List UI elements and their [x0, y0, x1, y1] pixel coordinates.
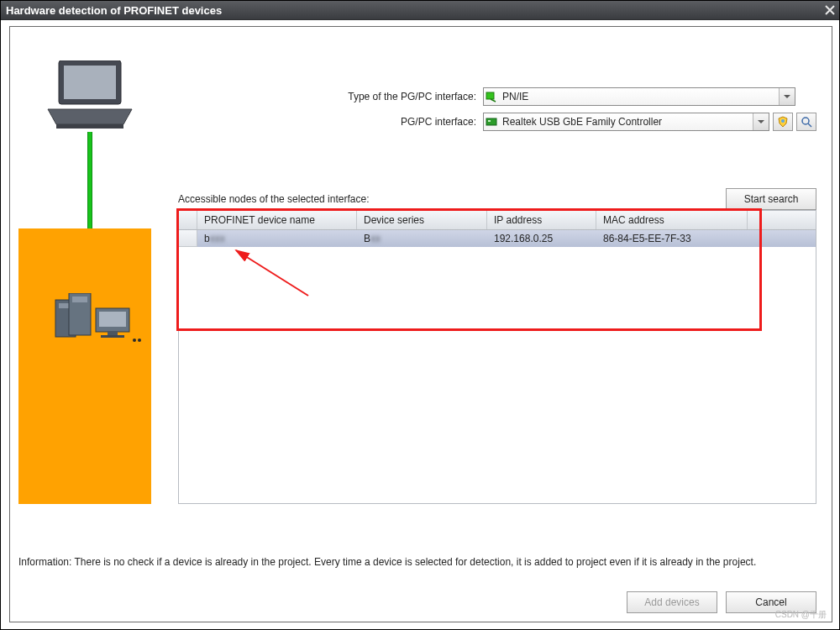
pnie-icon — [484, 91, 499, 102]
chevron-down-icon — [779, 88, 795, 105]
interface-row: PG/PC interface: Realtek USB GbE Family … — [178, 113, 816, 131]
svg-rect-10 — [101, 335, 124, 338]
col-ip-address[interactable]: IP address — [487, 211, 596, 229]
type-value: PN/IE — [499, 91, 779, 102]
svg-rect-2 — [56, 124, 123, 129]
svg-rect-15 — [486, 118, 496, 125]
table-row[interactable]: bxxx Bxx 192.168.0.25 86-84-E5-EE-7F-33 — [179, 230, 816, 247]
interface-value: Realtek USB GbE Family Controller — [499, 116, 753, 128]
illustration-panel — [18, 39, 161, 504]
svg-rect-14 — [486, 92, 494, 99]
window-title: Hardware detection of PROFINET devices — [6, 4, 222, 17]
dialog-body: Type of the PG/PC interface: PN/IE PG/PC… — [9, 26, 832, 622]
add-devices-button[interactable]: Add devices — [627, 591, 717, 613]
svg-point-18 — [802, 118, 809, 124]
diagnostics-button[interactable] — [796, 113, 816, 131]
svg-rect-6 — [72, 297, 87, 302]
information-text: Information: There is no check if a devi… — [18, 555, 816, 570]
start-search-button[interactable]: Start search — [726, 188, 816, 210]
nodes-table: PROFINET device name Device series IP ad… — [178, 210, 816, 504]
type-of-interface-select[interactable]: PN/IE — [483, 87, 795, 106]
nic-icon — [484, 116, 499, 128]
titlebar: Hardware detection of PROFINET devices — [1, 1, 839, 20]
col-profinet-name[interactable]: PROFINET device name — [197, 211, 357, 229]
svg-rect-9 — [108, 332, 118, 335]
svg-rect-16 — [488, 120, 491, 122]
magnifier-icon — [801, 116, 812, 128]
cell-ip: 192.168.0.25 — [487, 230, 596, 247]
col-device-series[interactable]: Device series — [357, 211, 487, 229]
interface-label: PG/PC interface: — [178, 116, 483, 128]
row-handle[interactable] — [179, 230, 197, 247]
interface-select[interactable]: Realtek USB GbE Family Controller — [483, 113, 769, 131]
close-icon — [824, 4, 836, 16]
configure-interface-button[interactable] — [773, 113, 793, 131]
row-handle-header — [179, 211, 197, 229]
svg-point-12 — [138, 339, 141, 342]
svg-rect-8 — [99, 312, 126, 327]
type-of-interface-label: Type of the PG/PC interface: — [178, 91, 483, 102]
svg-line-19 — [236, 250, 308, 296]
svg-point-17 — [781, 119, 785, 123]
type-of-interface-row: Type of the PG/PC interface: PN/IE — [178, 87, 816, 106]
annotation-arrow-icon — [201, 247, 310, 297]
cell-profinet-name: bxxx — [197, 230, 357, 247]
col-mac-address[interactable]: MAC address — [596, 211, 748, 229]
accessible-nodes-label: Accessible nodes of the selected interfa… — [178, 193, 369, 205]
orange-panel — [18, 228, 151, 504]
devices-icon — [49, 293, 141, 352]
laptop-icon — [44, 60, 136, 136]
cell-device-series: Bxx — [357, 230, 487, 247]
shield-icon — [777, 116, 789, 128]
chevron-down-icon — [753, 113, 769, 130]
close-button[interactable] — [821, 1, 839, 19]
cell-mac: 86-84-E5-EE-7F-33 — [596, 230, 748, 247]
svg-rect-1 — [64, 66, 116, 99]
table-header: PROFINET device name Device series IP ad… — [179, 211, 816, 230]
dialog-window: Hardware detection of PROFINET devices — [0, 0, 840, 630]
watermark-text: CSDN @千册 — [775, 609, 827, 621]
svg-point-11 — [133, 339, 136, 342]
